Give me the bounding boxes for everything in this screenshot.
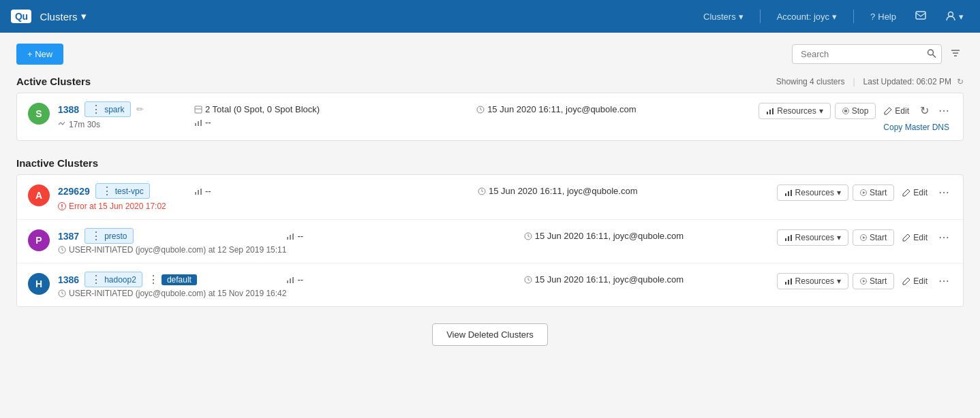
error-icon <box>58 202 66 210</box>
resources-button[interactable]: Resources ▾ <box>777 229 848 246</box>
resources-button[interactable]: Resources ▾ <box>759 103 830 119</box>
svg-rect-46 <box>788 280 789 285</box>
cluster-name-link[interactable]: 229629 <box>58 186 90 197</box>
svg-rect-0 <box>916 12 925 19</box>
bar-chart-icon <box>286 232 294 240</box>
cluster-name-row: 229629 ⋮ test-vpc <box>58 183 194 199</box>
edit-button[interactable]: Edit <box>898 274 932 289</box>
user-menu[interactable]: ▾ <box>940 11 969 22</box>
start-button[interactable]: Start <box>853 184 894 201</box>
avatar: P <box>28 229 50 251</box>
tag-dots[interactable]: ⋮ <box>91 103 102 116</box>
svg-rect-27 <box>791 190 792 196</box>
cluster-timestamp: 15 Jun 2020 16:11, joyc@qubole.com <box>478 186 761 196</box>
search-icon-button[interactable] <box>927 48 936 60</box>
filter-svg-icon <box>950 48 961 59</box>
help-menu[interactable]: ? Help <box>865 12 902 22</box>
svg-rect-32 <box>290 235 291 240</box>
logo: Qu <box>11 10 31 23</box>
cluster-name-link[interactable]: 1388 <box>58 104 79 115</box>
edit-icon[interactable]: ✏ <box>136 104 144 114</box>
initiated-icon <box>58 246 66 254</box>
more-options-button[interactable]: ⋯ <box>936 272 952 290</box>
cluster-name-row: 1388 ⋮ spark ✏ <box>58 101 194 117</box>
svg-rect-43 <box>292 277 294 283</box>
row-main: 229629 ⋮ test-vpc Error at 15 Jun 2020 1… <box>58 183 952 211</box>
cluster-tag: ⋮ presto <box>85 228 133 244</box>
avatar: H <box>28 273 50 295</box>
nav-divider-2 <box>853 10 854 23</box>
search-input[interactable] <box>792 44 942 64</box>
resources-button[interactable]: Resources ▾ <box>777 273 848 289</box>
table-row: H 1386 ⋮ hadoop2 ⋮ <box>17 263 963 306</box>
clock-icon <box>524 276 532 284</box>
more-options-button[interactable]: ⋯ <box>936 228 952 246</box>
svg-marker-39 <box>863 236 866 239</box>
action-row: Resources ▾ Stop Edit <box>759 101 952 120</box>
refresh-icon[interactable]: ↻ <box>957 77 964 86</box>
start-button[interactable]: Start <box>853 273 894 289</box>
cluster-actions: Resources ▾ Start Edit <box>761 183 952 202</box>
start-icon <box>860 234 867 241</box>
edit-button[interactable]: Edit <box>898 185 932 200</box>
svg-rect-22 <box>198 190 199 195</box>
clock-icon <box>478 187 486 195</box>
svg-rect-17 <box>844 110 847 112</box>
svg-marker-49 <box>863 280 866 283</box>
initiated-icon <box>58 289 66 298</box>
notifications-button[interactable] <box>910 11 932 22</box>
resources-icon <box>766 107 774 115</box>
tag-dots[interactable]: ⋮ <box>91 273 102 286</box>
cluster-name-link[interactable]: 1387 <box>58 231 79 242</box>
main-content: + New Active Clusters Showing 4 clusters… <box>0 33 980 373</box>
clusters-menu[interactable]: Clusters ▾ <box>698 12 749 22</box>
resources-icon <box>784 277 793 285</box>
edit-button[interactable]: Edit <box>880 103 913 118</box>
svg-rect-13 <box>767 112 768 114</box>
cluster-name-link[interactable]: 1386 <box>58 274 79 285</box>
cluster-left: 1388 ⋮ spark ✏ 17m 30s <box>58 101 194 129</box>
svg-point-20 <box>61 208 63 209</box>
resources-icon <box>784 234 793 242</box>
svg-rect-14 <box>769 110 771 114</box>
bar-chart-icon <box>194 187 202 195</box>
stop-button[interactable]: Stop <box>835 103 876 119</box>
account-menu[interactable]: Account: joyc ▾ <box>771 12 842 22</box>
cluster-error: Error at 15 Jun 2020 17:02 <box>58 202 194 211</box>
bar-chart-icon <box>194 118 202 127</box>
copy-master-dns-link[interactable]: Copy Master DNS <box>883 123 949 132</box>
cluster-sub: USER-INITIATED (joyc@qubole.com) at 12 S… <box>58 245 286 255</box>
inactive-clusters-table: A 229629 ⋮ test-vpc <box>16 174 964 307</box>
svg-rect-25 <box>785 193 786 196</box>
resources-button[interactable]: Resources ▾ <box>777 184 848 201</box>
view-deleted-button[interactable]: View Deleted Clusters <box>432 323 548 346</box>
inactive-clusters-section: Inactive Clusters A 229629 ⋮ test-vpc <box>16 157 964 307</box>
tag-dots[interactable]: ⋮ <box>91 229 102 242</box>
search-wrapper <box>792 44 942 64</box>
svg-rect-10 <box>198 121 199 126</box>
more-options-button[interactable]: ⋯ <box>936 101 952 120</box>
svg-rect-36 <box>788 236 789 241</box>
refresh-button[interactable]: ↻ <box>917 101 932 120</box>
active-section-title: Active Clusters <box>16 76 91 87</box>
svg-rect-15 <box>772 108 774 114</box>
new-button[interactable]: + New <box>16 44 63 65</box>
cluster-left: 1387 ⋮ presto USER-INITIATED (joyc@qubol… <box>58 228 286 255</box>
cluster-uptime: 17m 30s <box>58 120 194 129</box>
tag-dots[interactable]: ⋮ <box>102 184 112 197</box>
cluster-actions: Resources ▾ Start Edit <box>761 228 952 246</box>
svg-rect-26 <box>788 191 789 196</box>
filter-icon[interactable] <box>947 45 964 63</box>
tag2-dots[interactable]: ⋮ <box>148 273 159 286</box>
svg-rect-37 <box>791 235 792 241</box>
avatar: A <box>28 184 50 206</box>
cluster-timestamp: 15 Jun 2020 16:11, joyc@qubole.com <box>476 104 759 114</box>
nav-title[interactable]: Clusters ▾ <box>40 10 87 22</box>
cluster-timestamp-col: 15 Jun 2020 16:11, joyc@qubole.com <box>524 272 761 285</box>
start-button[interactable]: Start <box>853 229 894 246</box>
edit-button[interactable]: Edit <box>898 230 932 245</box>
more-options-button[interactable]: ⋯ <box>936 183 952 202</box>
cluster-center: -- <box>286 272 523 285</box>
cluster-center: -- <box>286 228 523 241</box>
svg-line-3 <box>933 54 936 58</box>
